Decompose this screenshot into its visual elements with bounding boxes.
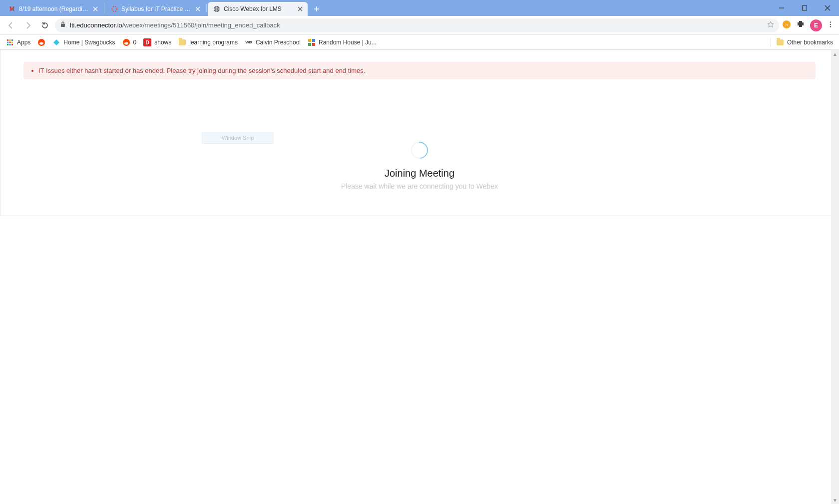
close-icon[interactable]: [297, 5, 304, 12]
close-icon[interactable]: [194, 5, 201, 12]
page-scrollbar[interactable]: ▲ ▼: [831, 50, 839, 504]
reload-button[interactable]: [38, 18, 52, 32]
star-icon[interactable]: [767, 21, 774, 29]
svg-rect-11: [9, 39, 11, 41]
svg-rect-10: [7, 39, 8, 41]
joining-subtitle: Please wait while we are connecting you …: [341, 182, 498, 190]
svg-rect-18: [11, 44, 13, 45]
bookmark-shows[interactable]: D shows: [143, 38, 171, 46]
minimize-button[interactable]: [770, 0, 793, 16]
bookmark-apps[interactable]: Apps: [6, 38, 30, 46]
tab-title: Syllabus for IT Practice Course: [121, 5, 191, 12]
svg-point-22: [124, 42, 128, 44]
profile-avatar[interactable]: E: [810, 19, 822, 31]
joining-title: Joining Meeting: [385, 168, 454, 179]
svg-point-0: [112, 6, 117, 11]
alert-banner: IT Issues either hasn't started or has e…: [23, 62, 816, 79]
svg-rect-16: [7, 44, 8, 45]
folder-icon: [776, 38, 784, 46]
window-controls: [770, 0, 839, 16]
lock-icon: [60, 21, 66, 29]
svg-rect-13: [7, 41, 8, 43]
extension-honey-icon[interactable]: h: [782, 20, 791, 31]
tab-title: Cisco Webex for LMS: [224, 5, 294, 12]
extensions-icon[interactable]: [796, 20, 805, 31]
random-house-icon: [308, 38, 316, 46]
svg-rect-26: [312, 39, 315, 42]
disney-icon: D: [143, 38, 151, 46]
globe-icon: [213, 5, 221, 13]
tab-gmail[interactable]: M 8/19 afternoon (Regarding Alice): [3, 2, 103, 16]
svg-rect-15: [11, 41, 13, 43]
reddit-icon: [122, 38, 130, 46]
svg-rect-27: [308, 43, 311, 46]
other-bookmarks[interactable]: Other bookmarks: [776, 38, 833, 46]
back-button[interactable]: [4, 18, 18, 32]
svg-rect-3: [803, 6, 807, 10]
maximize-button[interactable]: [793, 0, 816, 16]
bookmarks-bar: Apps Home | Swagbucks 0 D shows: [0, 35, 839, 50]
bookmark-random-house[interactable]: Random House | Ju...: [308, 38, 377, 46]
svg-rect-28: [312, 43, 315, 46]
bookmark-learning-programs[interactable]: learning programs: [178, 38, 238, 46]
tab-title: 8/19 afternoon (Regarding Alice): [19, 5, 89, 12]
address-bar[interactable]: lti.educonnector.io/webex/meetings/51156…: [55, 18, 779, 32]
bullet-icon: [31, 70, 33, 72]
svg-rect-12: [11, 39, 13, 41]
menu-icon[interactable]: [827, 21, 834, 30]
svg-point-7: [830, 21, 832, 23]
folder-icon: [178, 38, 186, 46]
wix-icon: WIX: [245, 38, 253, 46]
scroll-down-icon[interactable]: ▼: [831, 496, 839, 504]
close-icon[interactable]: [92, 5, 99, 12]
url-text: lti.educonnector.io/webex/meetings/51156…: [70, 21, 763, 29]
svg-rect-14: [9, 41, 11, 43]
close-window-button[interactable]: [816, 0, 839, 16]
reddit-icon: [37, 38, 45, 46]
svg-point-8: [830, 23, 832, 25]
svg-point-9: [830, 26, 832, 27]
scroll-up-icon[interactable]: ▲: [831, 50, 839, 58]
svg-text:h: h: [786, 22, 788, 27]
gmail-icon: M: [8, 5, 16, 13]
svg-text:D: D: [146, 40, 149, 45]
bookmark-calvin-preschool[interactable]: WIX Calvin Preschool: [245, 38, 301, 46]
joining-panel: Joining Meeting Please wait while we are…: [0, 142, 839, 190]
bookmark-swagbucks[interactable]: Home | Swagbucks: [52, 38, 115, 46]
swagbucks-icon: [52, 38, 60, 46]
canvas-icon: [110, 5, 118, 13]
bookmark-reddit[interactable]: [37, 38, 45, 46]
content-frame: IT Issues either hasn't started or has e…: [0, 50, 839, 216]
svg-point-20: [39, 42, 43, 44]
page-viewport: IT Issues either hasn't started or has e…: [0, 50, 839, 504]
forward-button[interactable]: [21, 18, 35, 32]
apps-grid-icon: [6, 38, 14, 46]
svg-rect-4: [61, 24, 65, 27]
alert-text: IT Issues either hasn't started or has e…: [38, 67, 365, 74]
spinner-icon: [408, 138, 431, 162]
bookmark-zero[interactable]: 0: [122, 38, 137, 46]
svg-rect-17: [9, 44, 11, 45]
tab-webex[interactable]: Cisco Webex for LMS: [208, 2, 308, 16]
tab-bar: M 8/19 afternoon (Regarding Alice) Sylla…: [0, 0, 839, 16]
tab-canvas[interactable]: Syllabus for IT Practice Course: [105, 2, 205, 16]
new-tab-button[interactable]: [310, 2, 324, 16]
toolbar: lti.educonnector.io/webex/meetings/51156…: [0, 16, 839, 35]
svg-rect-25: [308, 39, 311, 42]
